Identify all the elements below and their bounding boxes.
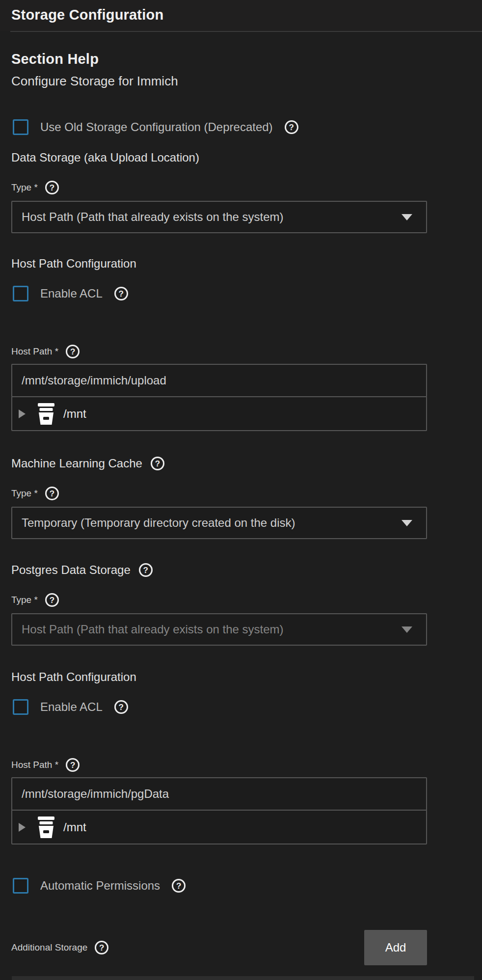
host-path-config-heading-1: Host Path Configuration [11, 257, 427, 271]
host-path-help-icon-2[interactable]: ? [66, 758, 80, 772]
host-path-input-1[interactable] [11, 364, 427, 397]
postgres-type-label: Type * [11, 595, 38, 605]
enable-acl-label-2: Enable ACL [40, 700, 103, 714]
section-header: Storage Configuration [0, 0, 482, 31]
host-path-config-heading-2-text: Host Path Configuration [11, 670, 136, 684]
ml-cache-help-icon[interactable]: ? [151, 457, 164, 470]
host-path-tree-1[interactable]: /mnt [11, 396, 427, 431]
data-storage-heading-text: Data Storage (aka Upload Location) [11, 151, 199, 164]
host-path-help-icon-1[interactable]: ? [66, 345, 80, 358]
ml-cache-heading: Machine Learning Cache ? [11, 457, 427, 470]
postgres-type-label-row: Type * ? [11, 593, 427, 607]
postgres-type-help-icon[interactable]: ? [45, 593, 59, 607]
tree-expand-icon-1[interactable] [19, 409, 26, 418]
data-storage-type-help-icon[interactable]: ? [45, 181, 59, 194]
postgres-heading-text: Postgres Data Storage [11, 563, 131, 577]
postgres-help-icon[interactable]: ? [139, 563, 153, 577]
host-path-label-row-2: Host Path * ? [11, 758, 427, 772]
page-title: Storage Configuration [11, 7, 482, 23]
additional-storage-row: Additional Storage ? Add [11, 930, 427, 965]
storage-configuration-page: Storage Configuration Section Help Confi… [0, 0, 482, 980]
tree-expand-icon-2[interactable] [19, 823, 26, 832]
host-path-config-heading-2: Host Path Configuration [11, 670, 427, 684]
add-storage-button[interactable]: Add [364, 930, 427, 965]
chevron-down-icon [402, 520, 412, 526]
dataset-icon-1 [36, 403, 56, 425]
auto-permissions-label: Automatic Permissions [40, 879, 160, 893]
ml-cache-type-select-value: Temporary (Temporary directory created o… [22, 516, 295, 530]
dataset-icon-2 [36, 817, 56, 838]
additional-storage-label: Additional Storage [11, 942, 87, 953]
postgres-type-select-value: Host Path (Path that already exists on t… [22, 623, 284, 636]
data-storage-type-select[interactable]: Host Path (Path that already exists on t… [11, 201, 427, 233]
postgres-type-select-disabled: Host Path (Path that already exists on t… [11, 613, 427, 646]
data-storage-type-label: Type * [11, 182, 38, 193]
auto-permissions-checkbox-row: Automatic Permissions ? [11, 878, 427, 894]
next-section-edge [12, 976, 474, 980]
data-storage-type-select-value: Host Path (Path that already exists on t… [22, 210, 284, 224]
ml-cache-type-label: Type * [11, 488, 38, 499]
acl-checkbox-row-2: Enable ACL ? [11, 699, 427, 715]
host-path-label-row-1: Host Path * ? [11, 345, 427, 358]
enable-acl-help-icon-1[interactable]: ? [114, 287, 128, 300]
chevron-down-icon [402, 214, 412, 220]
chevron-down-icon [402, 626, 412, 633]
old-storage-help-icon[interactable]: ? [285, 120, 298, 134]
auto-permissions-help-icon[interactable]: ? [172, 879, 186, 893]
old-storage-checkbox[interactable] [13, 119, 28, 135]
postgres-heading: Postgres Data Storage ? [11, 563, 427, 577]
host-path-label-2: Host Path * [11, 760, 58, 770]
acl-checkbox-row-1: Enable ACL ? [11, 286, 427, 301]
enable-acl-label-1: Enable ACL [40, 287, 103, 300]
section-help-title: Section Help [11, 51, 427, 67]
section-help-description: Configure Storage for Immich [11, 74, 427, 88]
host-path-tree-2[interactable]: /mnt [11, 810, 427, 844]
auto-permissions-checkbox[interactable] [13, 878, 28, 894]
enable-acl-checkbox-2[interactable] [13, 699, 28, 715]
additional-storage-label-wrap: Additional Storage ? [11, 941, 108, 954]
tree-node-label-2: /mnt [63, 820, 86, 834]
ml-cache-type-help-icon[interactable]: ? [45, 487, 59, 500]
form-content: Section Help Configure Storage for Immic… [0, 51, 482, 965]
ml-cache-type-select[interactable]: Temporary (Temporary directory created o… [11, 507, 427, 539]
additional-storage-help-icon[interactable]: ? [95, 941, 108, 954]
host-path-input-2[interactable] [11, 777, 427, 811]
data-storage-heading: Data Storage (aka Upload Location) [11, 151, 427, 164]
enable-acl-help-icon-2[interactable]: ? [114, 700, 128, 714]
tree-node-label-1: /mnt [63, 407, 86, 421]
ml-cache-type-label-row: Type * ? [11, 487, 427, 500]
ml-cache-heading-text: Machine Learning Cache [11, 457, 142, 470]
old-storage-checkbox-label: Use Old Storage Configuration (Deprecate… [40, 120, 273, 134]
header-divider [10, 31, 482, 32]
old-storage-checkbox-row: Use Old Storage Configuration (Deprecate… [11, 119, 427, 135]
data-storage-type-label-row: Type * ? [11, 181, 427, 194]
host-path-label-1: Host Path * [11, 346, 58, 357]
enable-acl-checkbox-1[interactable] [13, 286, 28, 301]
host-path-config-heading-1-text: Host Path Configuration [11, 257, 136, 271]
